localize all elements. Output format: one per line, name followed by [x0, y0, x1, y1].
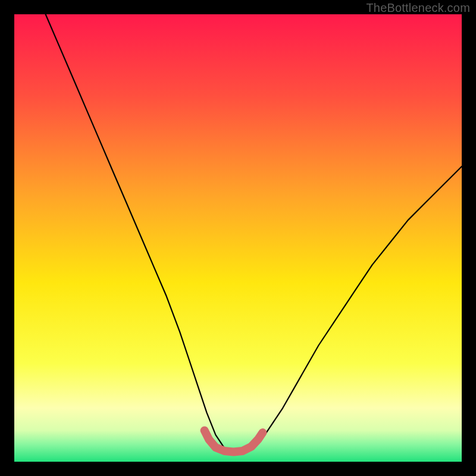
bottleneck-curve	[46, 14, 462, 453]
chart-frame: TheBottleneck.com	[0, 0, 476, 476]
curve-layer	[14, 14, 462, 462]
valley-markers	[205, 430, 263, 452]
plot-area	[14, 14, 462, 462]
watermark-text: TheBottleneck.com	[366, 1, 470, 15]
